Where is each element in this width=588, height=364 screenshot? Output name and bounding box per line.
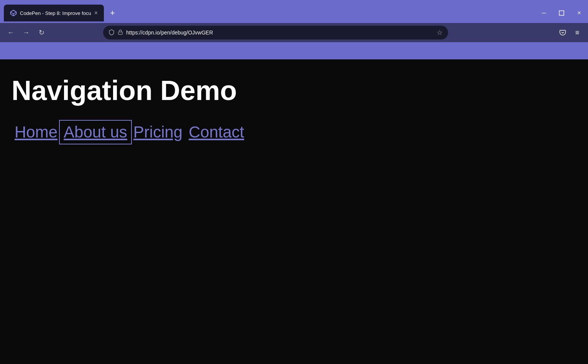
tab-close-button[interactable]: ×	[94, 10, 98, 16]
page-content: Navigation Demo Home About us Pricing Co…	[0, 59, 588, 364]
maximize-icon	[559, 10, 564, 16]
svg-marker-1	[11, 10, 16, 14]
lock-icon	[118, 30, 123, 36]
minimize-button[interactable]: ─	[535, 2, 553, 25]
refresh-button[interactable]: ↻	[35, 26, 48, 39]
new-tab-button[interactable]: +	[107, 7, 118, 20]
forward-button[interactable]: →	[20, 26, 32, 39]
url-text: https://cdpn.io/pen/debug/OJvwGER	[126, 30, 434, 36]
address-bar-row: ← → ↻ https://cdpn.io/pen/debug/OJvwGER …	[0, 23, 588, 42]
svg-rect-6	[118, 32, 123, 34]
nav-link-contact[interactable]: Contact	[186, 121, 247, 143]
page-title: Navigation Demo	[11, 75, 577, 106]
active-tab[interactable]: CodePen - Step 8: Improve focu ×	[4, 5, 104, 21]
svg-line-4	[13, 12, 16, 14]
svg-rect-5	[559, 11, 564, 15]
nav-link-pricing[interactable]: Pricing	[130, 121, 186, 143]
shield-icon	[108, 29, 115, 36]
bookmark-button[interactable]: ☆	[437, 28, 443, 37]
navigation: Home About us Pricing Contact	[11, 121, 577, 143]
address-bar[interactable]: https://cdpn.io/pen/debug/OJvwGER ☆	[103, 26, 448, 39]
maximize-button[interactable]	[553, 2, 570, 25]
window-controls: ─ ×	[535, 2, 588, 25]
close-window-button[interactable]: ×	[570, 2, 588, 25]
nav-link-home[interactable]: Home	[11, 121, 61, 143]
back-button[interactable]: ←	[5, 26, 17, 39]
browser-action-buttons: ≡	[557, 26, 583, 39]
tab-title: CodePen - Step 8: Improve focu	[20, 10, 91, 16]
svg-line-3	[11, 12, 14, 14]
nav-link-about[interactable]: About us	[61, 121, 130, 143]
tab-bar: CodePen - Step 8: Improve focu × + ─ ×	[0, 0, 588, 23]
pocket-button[interactable]	[557, 26, 569, 39]
browser-chrome: CodePen - Step 8: Improve focu × + ─ × ←…	[0, 0, 588, 59]
codepen-tab-icon	[10, 10, 17, 16]
menu-button[interactable]: ≡	[571, 26, 583, 39]
